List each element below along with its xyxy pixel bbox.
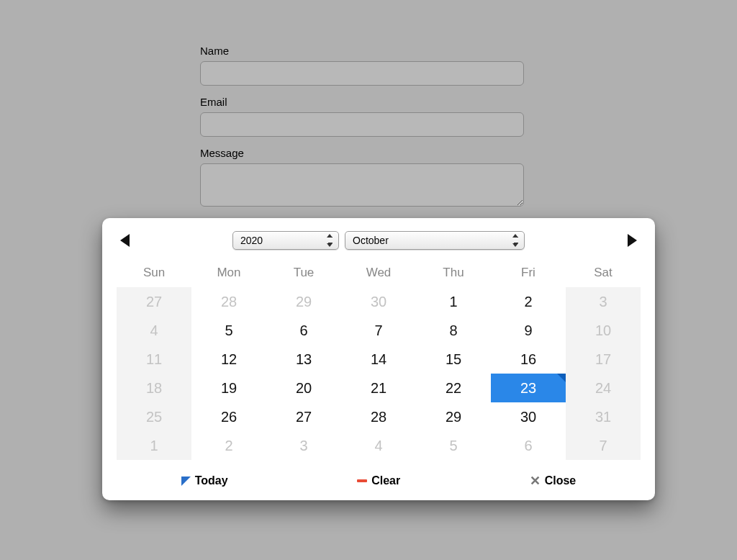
dow-header: Mon: [191, 260, 266, 287]
calendar-day[interactable]: 9: [491, 316, 566, 345]
clear-icon: [357, 479, 367, 482]
chevron-right-icon: [626, 234, 638, 247]
svg-marker-0: [120, 234, 130, 247]
dow-header: Sat: [566, 260, 641, 287]
calendar-day[interactable]: 8: [416, 316, 491, 345]
calendar-day[interactable]: 5: [191, 316, 266, 345]
stepper-icon: [326, 234, 333, 247]
dow-header: Fri: [491, 260, 566, 287]
close-label: Close: [545, 474, 577, 487]
calendar-day[interactable]: 27: [266, 402, 341, 431]
calendar-day[interactable]: 1: [117, 431, 191, 460]
calendar-day[interactable]: 10: [566, 316, 641, 345]
stepper-icon: [512, 234, 519, 247]
calendar-day[interactable]: 5: [416, 431, 491, 460]
calendar-day[interactable]: 16: [491, 345, 566, 374]
calendar-day[interactable]: 4: [117, 316, 191, 345]
calendar-day[interactable]: 29: [416, 402, 491, 431]
dow-header: Wed: [341, 260, 416, 287]
calendar-day[interactable]: 22: [416, 374, 491, 402]
calendar-day[interactable]: 6: [491, 431, 566, 460]
calendar-day[interactable]: 23: [491, 374, 566, 402]
close-button[interactable]: ✕ Close: [530, 474, 577, 487]
chevron-left-icon: [119, 234, 131, 247]
date-picker-popup: 2020 October SunMonTueWedThuFriSat 27282…: [102, 218, 655, 500]
calendar-day[interactable]: 3: [266, 431, 341, 460]
calendar-day[interactable]: 21: [341, 374, 416, 402]
calendar-day[interactable]: 26: [191, 402, 266, 431]
calendar-grid: SunMonTueWedThuFriSat 272829301234567891…: [117, 260, 641, 460]
calendar-day[interactable]: 1: [416, 287, 491, 316]
calendar-day[interactable]: 17: [566, 345, 641, 374]
today-icon: [181, 477, 191, 486]
year-select[interactable]: 2020: [232, 231, 339, 250]
calendar-day[interactable]: 29: [266, 287, 341, 316]
month-select-value: October: [353, 235, 389, 246]
calendar-day[interactable]: 28: [341, 402, 416, 431]
prev-month-button[interactable]: [117, 232, 134, 249]
message-label: Message: [200, 147, 524, 159]
dow-header: Tue: [266, 260, 341, 287]
calendar-day[interactable]: 7: [341, 316, 416, 345]
calendar-day[interactable]: 15: [416, 345, 491, 374]
calendar-day[interactable]: 4: [341, 431, 416, 460]
calendar-day[interactable]: 14: [341, 345, 416, 374]
calendar-day[interactable]: 25: [117, 402, 191, 431]
calendar-day[interactable]: 18: [117, 374, 191, 402]
year-select-value: 2020: [240, 235, 263, 246]
calendar-day[interactable]: 6: [266, 316, 341, 345]
dow-header: Thu: [416, 260, 491, 287]
next-month-button[interactable]: [623, 232, 641, 249]
today-button[interactable]: Today: [181, 474, 228, 487]
name-label: Name: [200, 45, 524, 57]
calendar-day[interactable]: 7: [566, 431, 641, 460]
name-input[interactable]: [200, 61, 524, 86]
calendar-day[interactable]: 30: [491, 402, 566, 431]
calendar-day[interactable]: 11: [117, 345, 191, 374]
calendar-day[interactable]: 19: [191, 374, 266, 402]
message-textarea[interactable]: [200, 163, 524, 207]
calendar-day[interactable]: 27: [117, 287, 191, 316]
calendar-day[interactable]: 2: [491, 287, 566, 316]
calendar-day[interactable]: 31: [566, 402, 641, 431]
dow-header: Sun: [117, 260, 191, 287]
calendar-day[interactable]: 24: [566, 374, 641, 402]
today-label: Today: [195, 474, 228, 487]
calendar-day[interactable]: 30: [341, 287, 416, 316]
email-label: Email: [200, 96, 524, 108]
calendar-day[interactable]: 20: [266, 374, 341, 402]
calendar-day[interactable]: 3: [566, 287, 641, 316]
calendar-day[interactable]: 28: [191, 287, 266, 316]
calendar-day[interactable]: 2: [191, 431, 266, 460]
close-icon: ✕: [530, 474, 541, 487]
calendar-day[interactable]: 12: [191, 345, 266, 374]
calendar-day[interactable]: 13: [266, 345, 341, 374]
email-input[interactable]: [200, 112, 524, 137]
month-select[interactable]: October: [345, 231, 525, 250]
clear-label: Clear: [371, 474, 400, 487]
svg-marker-1: [628, 234, 637, 247]
clear-button[interactable]: Clear: [357, 474, 400, 487]
